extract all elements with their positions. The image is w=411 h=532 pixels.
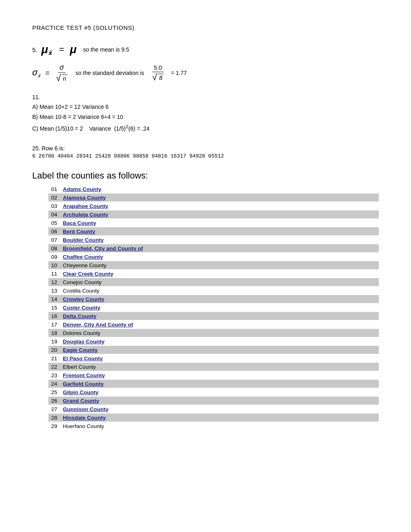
problem-5: 5. μx̄ = μ so the mean is 9.5 σx̄ = σ √ …: [32, 43, 379, 83]
county-row: 11Clear Creek County: [48, 270, 379, 278]
county-name[interactable]: Gunnison County: [60, 406, 148, 412]
county-row: 04Archuleta County: [48, 210, 379, 218]
county-name[interactable]: Baca County: [60, 220, 148, 226]
county-name: Cheyenne County: [60, 262, 148, 268]
page-title: PRACTICE TEST #5 (SOLUTIONS): [32, 24, 379, 31]
county-row: 28Hinsdale County: [48, 414, 379, 422]
county-row: 03Arapahoe County: [48, 202, 379, 210]
county-row: 20Eagle County: [48, 346, 379, 354]
problem5-label: 5.: [32, 46, 37, 53]
county-number: 12: [48, 279, 60, 285]
county-row: 13Costilla County: [48, 287, 379, 295]
county-row: 22Elbert County: [48, 363, 379, 371]
county-name[interactable]: Arapahoe County: [60, 203, 148, 209]
county-number: 16: [48, 313, 60, 319]
county-number: 25: [48, 389, 60, 395]
problem-11: 11. A) Mean 10+2 = 12 Variance 6 B) Mean…: [32, 94, 379, 134]
std-text: so the standard deviation is: [75, 70, 144, 76]
county-name[interactable]: Douglas County: [60, 339, 148, 345]
sqrt-symbol2: √: [152, 73, 157, 82]
sigma-x-symbol: σx̄: [32, 67, 40, 79]
county-name[interactable]: Crowley County: [60, 296, 148, 302]
mu-symbol: μ: [70, 43, 77, 56]
county-row: 29Huerfano County: [48, 422, 379, 430]
county-number: 09: [48, 254, 60, 260]
county-row: 26Grand County: [48, 397, 379, 405]
county-row: 17Denver, City And County of: [48, 320, 379, 328]
county-number: 26: [48, 398, 60, 404]
county-number: 15: [48, 305, 60, 311]
county-row: 14Crowley County: [48, 295, 379, 303]
county-row: 07Boulder County: [48, 236, 379, 244]
county-row: 08Broomfield, City and County of: [48, 244, 379, 252]
county-row: 12Conejos County: [48, 278, 379, 286]
county-number: 24: [48, 381, 60, 387]
county-name[interactable]: Hinsdale County: [60, 415, 148, 421]
county-name[interactable]: Adams County: [60, 186, 148, 192]
county-name[interactable]: Archuleta County: [60, 212, 148, 218]
county-number: 03: [48, 203, 60, 209]
county-name[interactable]: Delta County: [60, 313, 148, 319]
sqrt-8: 8: [158, 74, 164, 81]
county-row: 23Fremont County: [48, 371, 379, 379]
county-row: 19Douglas County: [48, 337, 379, 345]
county-number: 07: [48, 237, 60, 243]
county-row: 06Bent County: [48, 227, 379, 235]
county-name[interactable]: Custer County: [60, 305, 148, 311]
county-name[interactable]: Fremont County: [60, 372, 148, 378]
county-name[interactable]: Denver, City And County of: [60, 322, 148, 328]
sigma-fraction: σ √ n: [54, 63, 69, 83]
county-number: 10: [48, 262, 60, 268]
county-name: Conejos County: [60, 279, 148, 285]
county-name: Huerfano County: [60, 423, 148, 429]
county-name: Elbert County: [60, 364, 148, 370]
county-name: Costilla County: [60, 288, 148, 294]
county-name[interactable]: El Paso County: [60, 355, 148, 362]
county-name[interactable]: Garfield County: [60, 381, 148, 387]
county-number: 18: [48, 330, 60, 336]
county-name[interactable]: Broomfield, City and County of: [60, 245, 148, 251]
county-number: 02: [48, 195, 60, 201]
county-number: 22: [48, 364, 60, 370]
county-row: 02Alamosa County: [48, 193, 379, 202]
county-number: 08: [48, 245, 60, 251]
county-row: 09Chaffee County: [48, 253, 379, 261]
county-name[interactable]: Alamosa County: [60, 195, 148, 201]
mean-text: so the mean is 9.5: [83, 46, 129, 53]
equals-symbol: =: [59, 44, 64, 55]
county-name: Dolores County: [60, 330, 148, 336]
county-number: 20: [48, 347, 60, 353]
problem25-row: 6 26700 40484 28341 25428 08806 98858 04…: [32, 153, 379, 159]
county-row: 18Dolores County: [48, 329, 379, 337]
county-row: 01Adams County: [48, 185, 379, 193]
county-number: 01: [48, 186, 60, 192]
county-number: 27: [48, 406, 60, 412]
county-row: 15Custer County: [48, 303, 379, 312]
county-name[interactable]: Eagle County: [60, 347, 148, 353]
county-number: 29: [48, 423, 60, 429]
county-row: 10Cheyenne County: [48, 261, 379, 269]
county-name[interactable]: Boulder County: [60, 237, 148, 243]
county-name[interactable]: Grand County: [60, 398, 148, 404]
problem25-label: 25. Row 6 is:: [32, 145, 379, 152]
sqrt-symbol: √: [56, 74, 61, 83]
county-name[interactable]: Clear Creek County: [60, 271, 148, 277]
county-number: 13: [48, 288, 60, 294]
sqrt-n: n: [62, 75, 67, 82]
sup-2: 2: [126, 124, 128, 129]
county-row: 24Garfield County: [48, 380, 379, 388]
county-name[interactable]: Gilpin County: [60, 389, 148, 395]
county-number: 06: [48, 229, 60, 235]
county-number: 04: [48, 212, 60, 218]
county-number: 21: [48, 355, 60, 362]
county-row: 21El Paso County: [48, 354, 379, 362]
std-value: = 1.77: [171, 70, 187, 76]
problem11-a: A) Mean 10+2 = 12 Variance 6: [32, 102, 379, 112]
county-number: 19: [48, 339, 60, 345]
county-row: 25Gilpin County: [48, 388, 379, 396]
county-row: 27Gunnison County: [48, 405, 379, 413]
county-row: 05Baca County: [48, 219, 379, 227]
county-name[interactable]: Chaffee County: [60, 254, 148, 260]
county-name[interactable]: Bent County: [60, 229, 148, 235]
problem11-c: C) Mean (1/5)10 = 2 Variance (1/5)2(6) =…: [32, 122, 379, 134]
